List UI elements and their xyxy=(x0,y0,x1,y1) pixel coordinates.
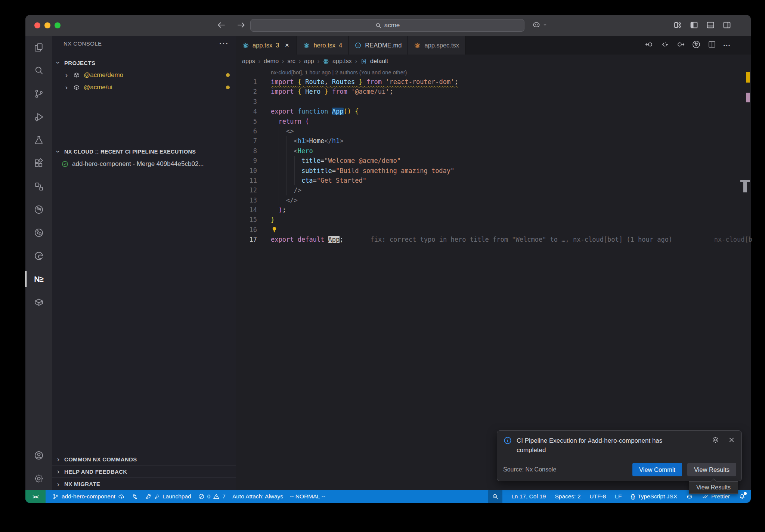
line-number: 4 xyxy=(236,106,257,116)
prettier-status-item[interactable]: Prettier xyxy=(702,493,730,500)
code-line: 16 xyxy=(236,225,751,235)
containers-icon[interactable] xyxy=(25,291,52,314)
activity-bar xyxy=(25,36,52,490)
section-nx-cloud[interactable]: NX CLOUD :: RECENT CI PIPELINE EXECUTION… xyxy=(52,146,236,158)
code-line: 5 return ( xyxy=(236,117,751,126)
breadcrumb-app[interactable]: app xyxy=(304,58,314,65)
project-item-acme-demo[interactable]: @acme/demo xyxy=(52,69,236,81)
toggle-secondary-sidebar-icon[interactable] xyxy=(722,21,731,31)
breadcrumb-demo[interactable]: demo xyxy=(264,58,279,65)
code-editor[interactable]: nx-cloud[bot], 1 hour ago | 2 authors (Y… xyxy=(236,68,751,490)
command-center-text: acme xyxy=(384,22,400,29)
cursor-position-status-item[interactable]: Ln 17, Col 19 xyxy=(511,493,546,500)
language-status-item[interactable]: TypeScript JSX xyxy=(631,493,677,500)
code-line: 17nx-cloud[bexport default App;fix: corr… xyxy=(236,235,751,244)
next-change-icon[interactable] xyxy=(676,40,685,50)
breadcrumb-file[interactable]: app.tsx xyxy=(332,58,352,65)
sidebar-nx-console: NX CONSOLE PROJECTS @acme/demo @acme/ui xyxy=(52,36,236,490)
account-icon[interactable] xyxy=(25,444,52,467)
tab-app-spec-tsx[interactable]: app.spec.tsx xyxy=(408,36,465,55)
breadcrumb-symbol[interactable]: default xyxy=(370,58,388,65)
more-actions-icon[interactable] xyxy=(723,41,731,50)
git-branch-icon xyxy=(52,493,59,500)
react-icon xyxy=(414,42,421,49)
minimize-window-button[interactable] xyxy=(44,22,50,28)
auto-attach-status-item[interactable]: Auto Attach: Always xyxy=(232,493,283,500)
view-results-button[interactable]: View Results xyxy=(687,463,736,476)
edge-browser-icon[interactable] xyxy=(25,244,52,267)
lightbulb-icon[interactable] xyxy=(271,226,278,233)
nx-cloud-graph-icon[interactable] xyxy=(25,198,52,221)
nx-console-icon[interactable] xyxy=(25,267,52,291)
overview-ruler-cursor-mark xyxy=(740,180,751,193)
nx-migrate-label: NX MIGRATE xyxy=(64,481,100,487)
copilot-status-item[interactable] xyxy=(686,493,693,500)
section-nx-migrate[interactable]: NX MIGRATE xyxy=(52,478,236,490)
zoom-status-item[interactable] xyxy=(488,490,502,503)
section-projects[interactable]: PROJECTS xyxy=(52,57,236,69)
notifications-bell-item[interactable] xyxy=(739,493,746,500)
tab-bar: app.tsx 3 hero.tsx 4 README.md app.spec.… xyxy=(236,36,751,55)
source-control-icon[interactable] xyxy=(25,82,52,105)
pipeline-status-item[interactable] xyxy=(131,493,138,500)
eol-status-item[interactable]: LF xyxy=(615,493,622,500)
extensions-icon[interactable] xyxy=(25,152,52,175)
toggle-panel-icon[interactable] xyxy=(706,21,715,31)
encoding-status-item[interactable]: UTF-8 xyxy=(589,493,606,500)
customize-layout-icon[interactable] xyxy=(673,21,682,31)
previous-change-icon[interactable] xyxy=(645,40,654,50)
settings-gear-icon[interactable] xyxy=(25,467,52,490)
sidebar-more-actions-icon[interactable] xyxy=(219,39,229,48)
indentation-status-item[interactable]: Spaces: 2 xyxy=(555,493,580,500)
rocket-icon xyxy=(145,493,152,500)
search-icon[interactable] xyxy=(25,59,52,82)
explorer-icon[interactable] xyxy=(25,36,52,59)
remote-indicator[interactable] xyxy=(25,490,46,503)
info-icon xyxy=(503,436,512,445)
tab-app-tsx[interactable]: app.tsx 3 xyxy=(236,36,297,55)
close-icon[interactable] xyxy=(283,41,291,49)
line-number: 11 xyxy=(236,176,257,185)
run-debug-icon[interactable] xyxy=(25,105,52,129)
section-help-and-feedback[interactable]: HELP AND FEEDBACK xyxy=(52,466,236,478)
line-number: 10 xyxy=(236,166,257,176)
testing-icon[interactable] xyxy=(25,129,52,152)
breadcrumb-src[interactable]: src xyxy=(287,58,295,65)
overview-ruler-mark xyxy=(746,93,750,102)
navigate-back-icon[interactable] xyxy=(217,20,226,31)
window-controls xyxy=(34,22,61,28)
editor-group: app.tsx 3 hero.tsx 4 README.md app.spec.… xyxy=(236,36,751,490)
error-count-icon xyxy=(198,493,205,500)
navigate-forward-icon[interactable] xyxy=(236,20,246,31)
view-commit-button[interactable]: View Commit xyxy=(632,463,682,476)
toggle-primary-sidebar-icon[interactable] xyxy=(690,21,699,31)
problems-status-item[interactable]: 0 7 xyxy=(198,493,226,500)
current-change-icon[interactable] xyxy=(660,40,669,50)
view-results-tooltip: View Results xyxy=(689,481,738,494)
project-graph-icon[interactable] xyxy=(25,175,52,198)
project-item-acme-ui[interactable]: @acme/ui xyxy=(52,81,236,93)
source-control-graph-icon[interactable] xyxy=(692,40,701,50)
command-center-search[interactable]: acme xyxy=(250,19,524,32)
double-check-icon xyxy=(702,493,709,500)
modified-dot xyxy=(226,86,230,89)
zoom-window-button[interactable] xyxy=(55,22,61,28)
split-editor-icon[interactable] xyxy=(707,40,716,50)
close-window-button[interactable] xyxy=(34,22,40,28)
tab-hero-tsx[interactable]: hero.tsx 4 xyxy=(297,36,349,55)
pipeline-execution-item[interactable]: add-hero-component - Merge 409b44e5cb02.… xyxy=(52,158,236,170)
branch-status-item[interactable]: add-hero-component xyxy=(52,493,125,500)
tab-readme-md[interactable]: README.md xyxy=(349,36,408,55)
code-line: 12 /> xyxy=(236,185,751,195)
error-count: 0 xyxy=(207,493,211,500)
launchpad-status-item[interactable]: Launchpad xyxy=(145,493,191,500)
inline-git-blame-right: nx-cloud[b xyxy=(714,235,752,244)
warning-count-icon xyxy=(213,493,220,500)
vim-mode-status-item[interactable]: -- NORMAL -- xyxy=(290,493,325,500)
breadcrumb-apps[interactable]: apps xyxy=(242,58,255,65)
notification-close-icon[interactable] xyxy=(728,436,735,455)
notification-settings-gear-icon[interactable] xyxy=(712,436,719,455)
copilot-menu[interactable] xyxy=(532,20,548,29)
section-common-nx-commands[interactable]: COMMON NX COMMANDS xyxy=(52,453,236,466)
nx-cloud-inspect-icon[interactable] xyxy=(25,221,52,244)
